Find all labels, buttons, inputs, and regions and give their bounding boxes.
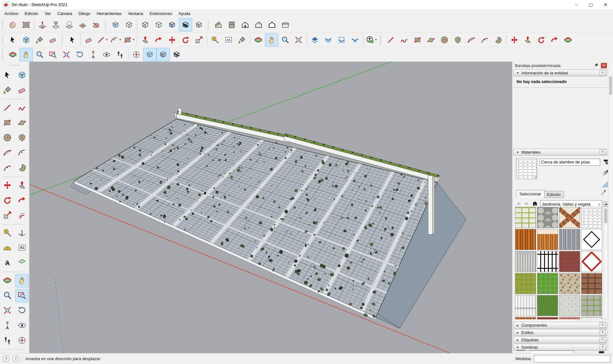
tool-house-left[interactable] <box>279 18 292 32</box>
tool-slice1[interactable] <box>308 33 322 47</box>
tool-sandbox-contours[interactable] <box>6 18 19 32</box>
material-swatch-adoquin-musgo[interactable] <box>581 295 602 316</box>
tool-protractor[interactable] <box>1 241 14 255</box>
model-viewport[interactable] <box>29 62 512 353</box>
maximize-button[interactable]: ▢ <box>584 0 598 9</box>
minimize-button[interactable]: – <box>569 0 584 9</box>
tool-pushpull[interactable] <box>521 33 534 47</box>
forward-arrow-icon[interactable] <box>523 200 530 207</box>
entity-info-close-icon[interactable]: ✕ <box>600 70 606 76</box>
tool-follow[interactable] <box>15 194 29 207</box>
tool-axes[interactable] <box>15 226 29 240</box>
material-swatch-verja-hierro[interactable] <box>537 251 558 272</box>
tray-scrollbar[interactable] <box>608 62 613 353</box>
dropdown-arrow-icon[interactable]: ▼ <box>119 38 122 41</box>
tool-select[interactable] <box>6 33 19 47</box>
expand-icon[interactable]: ▼ <box>516 151 519 154</box>
tool-arc[interactable] <box>465 33 478 47</box>
measurements-field[interactable] <box>534 355 610 362</box>
tool-add-detail[interactable] <box>76 18 89 32</box>
material-name-field[interactable]: Cerca de alambre de púas <box>540 159 600 166</box>
componentes-close-icon[interactable]: ✕ <box>600 322 606 328</box>
material-swatch-malla-rombo[interactable] <box>581 229 602 250</box>
collapse-icon[interactable]: ► <box>516 331 519 334</box>
tab-edicion[interactable]: Edición <box>543 191 564 198</box>
tool-follow[interactable] <box>152 33 165 47</box>
tool-line[interactable] <box>384 33 397 47</box>
tool-walk[interactable] <box>1 334 14 347</box>
tool-pan[interactable] <box>265 33 278 47</box>
tool-orbit[interactable] <box>561 33 575 47</box>
menu-herramientas[interactable]: Herramientas <box>94 9 125 18</box>
etiquetas-close-icon[interactable]: ✕ <box>600 337 606 343</box>
tool-t3d[interactable]: AA <box>1 256 14 270</box>
material-preview[interactable] <box>516 158 537 179</box>
tool-section[interactable] <box>15 256 29 270</box>
tool-rotate[interactable] <box>1 194 14 207</box>
tool-zoomext[interactable] <box>292 33 305 47</box>
tool-free[interactable] <box>397 33 411 47</box>
tool-select[interactable] <box>1 69 14 82</box>
tool-prev[interactable] <box>73 48 87 61</box>
material-swatch-madera-envejecida[interactable] <box>559 229 580 250</box>
material-swatch-grava[interactable] <box>559 273 580 294</box>
section-header-componentes[interactable]: ► Componentes ✕ <box>513 322 607 329</box>
dropdown-arrow-icon[interactable]: ▼ <box>375 38 377 41</box>
tool-drape[interactable] <box>63 18 76 32</box>
tool-orbit[interactable] <box>1 274 14 287</box>
material-swatch-madera-rojiza[interactable] <box>515 317 536 319</box>
tool-cube-xray[interactable] <box>143 48 156 61</box>
tool-tape[interactable] <box>1 226 14 240</box>
tool-house-right[interactable] <box>252 18 265 32</box>
tool-rect[interactable] <box>1 116 14 130</box>
material-swatch-cerca-alambre-puas[interactable] <box>581 207 602 228</box>
tool-zoomwin[interactable] <box>15 289 29 302</box>
tool-cube-wire[interactable] <box>139 18 152 32</box>
sample-paint-eyedropper-icon[interactable] <box>600 189 607 196</box>
tool-orbit[interactable] <box>252 33 265 47</box>
tool-compass[interactable] <box>130 48 143 61</box>
tool-rect[interactable] <box>411 33 424 47</box>
material-swatch-valla-celosia[interactable] <box>537 229 558 250</box>
sombras-close-icon[interactable]: ✕ <box>600 345 606 350</box>
tool-component[interactable] <box>19 33 33 47</box>
tool-cube-backedges[interactable] <box>122 18 136 32</box>
home-icon[interactable] <box>531 200 538 207</box>
tool-rotrect[interactable] <box>15 116 29 130</box>
menu-edicion[interactable]: Edición <box>21 9 42 18</box>
tool-circle[interactable] <box>438 33 451 47</box>
tool-compass[interactable] <box>15 334 29 347</box>
tool-zoomext[interactable] <box>1 304 14 317</box>
tool-scale[interactable] <box>192 33 206 47</box>
dropdown-arrow-icon[interactable]: ▼ <box>132 38 135 41</box>
section-header-sombras[interactable]: ▼ Sombras ✕ <box>513 344 607 351</box>
tool-eraser[interactable] <box>82 33 95 47</box>
section-header-estilos[interactable]: ► Estilos ✕ <box>513 329 607 336</box>
estilos-close-icon[interactable]: ✕ <box>600 330 606 335</box>
material-swatch-bloques-de-piedra[interactable] <box>537 207 558 228</box>
tool-walk[interactable] <box>113 48 127 61</box>
tool-poly[interactable] <box>15 131 29 145</box>
tool-sandbox-scratch[interactable] <box>19 18 33 32</box>
tray-close-icon[interactable]: ✕ <box>601 63 607 68</box>
tool-arc3[interactable] <box>478 33 491 47</box>
tool-poscam[interactable] <box>87 48 100 61</box>
dropdown-arrow-icon[interactable]: ▼ <box>106 38 108 41</box>
tool-house-top[interactable] <box>225 18 238 32</box>
tool-look[interactable] <box>100 48 113 61</box>
tool-flip-edge[interactable] <box>89 18 103 32</box>
tool-select[interactable] <box>66 33 79 47</box>
tool-poscam[interactable] <box>1 319 14 332</box>
tool-zoom[interactable] <box>1 289 14 302</box>
info-icon[interactable]: i <box>12 355 19 362</box>
tool-paint[interactable] <box>235 33 249 47</box>
material-swatch-valla-estacas-gris[interactable] <box>515 251 536 272</box>
tool-line[interactable] <box>1 101 14 115</box>
expand-icon[interactable]: ▼ <box>516 72 519 75</box>
materials-close-icon[interactable]: ✕ <box>600 149 606 155</box>
back-arrow-icon[interactable] <box>515 200 522 207</box>
menu-extensiones[interactable]: Extensiones <box>146 9 175 18</box>
section-header-entity-info[interactable]: ▼ Información de la entidad ✕ <box>513 70 607 76</box>
collapse-icon[interactable]: ► <box>516 338 519 342</box>
tool-poly[interactable] <box>451 33 465 47</box>
